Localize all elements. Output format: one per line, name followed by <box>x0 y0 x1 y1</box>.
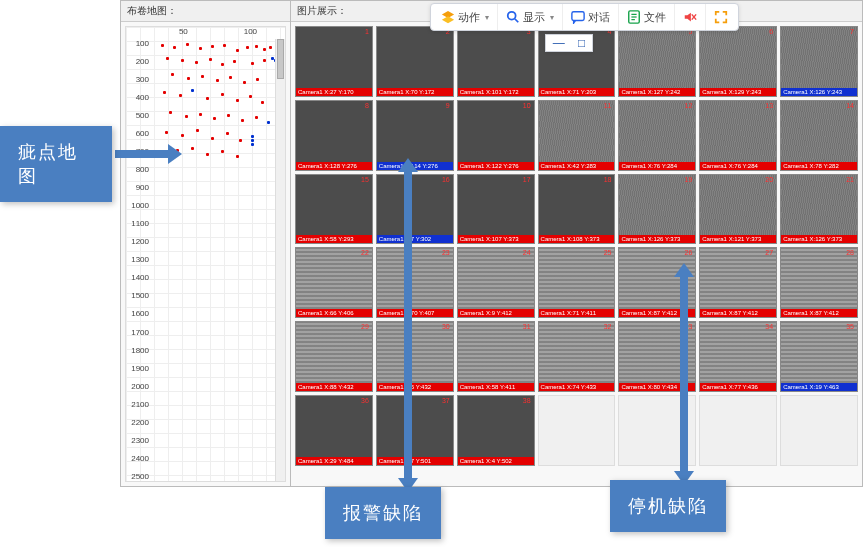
defect-thumbnail[interactable]: 24Camera1 X:9 Y:412 <box>457 247 535 318</box>
defect-thumbnail[interactable]: 35Camera1 X:19 Y:463 <box>780 321 858 392</box>
minimize-button[interactable]: — <box>553 36 565 50</box>
defect-point[interactable] <box>195 61 198 64</box>
defect-point[interactable] <box>211 45 214 48</box>
defect-point[interactable] <box>206 153 209 156</box>
defect-point[interactable] <box>199 113 202 116</box>
defect-thumbnail[interactable]: 3Camera1 X:101 Y:172 <box>457 26 535 97</box>
defect-point[interactable] <box>255 45 258 48</box>
defect-thumbnail[interactable]: 15Camera1 X:58 Y:293 <box>295 174 373 245</box>
defect-point[interactable] <box>201 75 204 78</box>
defect-thumbnail[interactable]: 29Camera1 X:88 Y:432 <box>295 321 373 392</box>
thumb-scroll-area[interactable]: 1Camera1 X:27 Y:1702Camera1 X:70 Y:1723C… <box>291 22 862 486</box>
defect-map[interactable]: 50100 1002003004005006007008009001000110… <box>125 26 286 482</box>
defect-point[interactable] <box>249 95 252 98</box>
defect-thumbnail[interactable]: 30Camera1 X:5 Y:432 <box>376 321 454 392</box>
defect-point[interactable] <box>251 139 254 142</box>
defect-point[interactable] <box>211 137 214 140</box>
defect-thumbnail[interactable]: 12Camera1 X:76 Y:284 <box>618 100 696 171</box>
defect-point[interactable] <box>179 94 182 97</box>
defect-point[interactable] <box>251 62 254 65</box>
defect-thumbnail[interactable]: 38Camera1 X:4 Y:502 <box>457 395 535 466</box>
defect-point[interactable] <box>191 89 194 92</box>
defect-point[interactable] <box>169 111 172 114</box>
defect-point[interactable] <box>187 77 190 80</box>
defect-point[interactable] <box>181 134 184 137</box>
defect-thumbnail[interactable]: 14Camera1 X:78 Y:282 <box>780 100 858 171</box>
defect-point[interactable] <box>173 46 176 49</box>
defect-thumbnail[interactable]: 8Camera1 X:128 Y:276 <box>295 100 373 171</box>
file-button[interactable]: 文件 <box>619 4 675 30</box>
dialog-button[interactable]: 对话 <box>563 4 619 30</box>
defect-point[interactable] <box>163 91 166 94</box>
map-scrollbar[interactable] <box>275 39 285 481</box>
defect-point[interactable] <box>221 150 224 153</box>
defect-thumbnail[interactable]: 5Camera1 X:127 Y:242 <box>618 26 696 97</box>
defect-point[interactable] <box>229 76 232 79</box>
defect-thumbnail[interactable]: 31Camera1 X:58 Y:411 <box>457 321 535 392</box>
defect-point[interactable] <box>236 155 239 158</box>
defect-point[interactable] <box>263 59 266 62</box>
defect-thumbnail[interactable]: 28Camera1 X:87 Y:412 <box>780 247 858 318</box>
defect-point[interactable] <box>223 44 226 47</box>
defect-point[interactable] <box>216 79 219 82</box>
defect-point[interactable] <box>251 135 254 138</box>
defect-point[interactable] <box>233 60 236 63</box>
defect-thumbnail[interactable]: 6Camera1 X:129 Y:243 <box>699 26 777 97</box>
defect-thumbnail[interactable]: 25Camera1 X:71 Y:411 <box>538 247 616 318</box>
defect-point[interactable] <box>221 63 224 66</box>
defect-point[interactable] <box>251 143 254 146</box>
defect-point[interactable] <box>221 93 224 96</box>
defect-thumbnail[interactable]: 7Camera1 X:126 Y:243 <box>780 26 858 97</box>
defect-point[interactable] <box>166 57 169 60</box>
defect-thumbnail[interactable]: 37Camera1 X:7 Y:501 <box>376 395 454 466</box>
defect-thumbnail[interactable]: 32Camera1 X:74 Y:433 <box>538 321 616 392</box>
defect-point[interactable] <box>165 131 168 134</box>
display-menu-button[interactable]: 显示 ▾ <box>498 4 563 30</box>
defect-thumbnail[interactable]: 34Camera1 X:77 Y:436 <box>699 321 777 392</box>
defect-point[interactable] <box>263 48 266 51</box>
defect-thumbnail[interactable]: 22Camera1 X:66 Y:406 <box>295 247 373 318</box>
scrollbar-thumb[interactable] <box>277 39 284 79</box>
defect-point[interactable] <box>226 132 229 135</box>
defect-thumbnail[interactable]: 16Camera1 X:7 Y:302 <box>376 174 454 245</box>
defect-point[interactable] <box>227 114 230 117</box>
defect-point[interactable] <box>186 43 189 46</box>
defect-thumbnail[interactable]: 21Camera1 X:126 Y:373 <box>780 174 858 245</box>
defect-point[interactable] <box>199 47 202 50</box>
defect-thumbnail[interactable]: 19Camera1 X:126 Y:373 <box>618 174 696 245</box>
defect-point[interactable] <box>243 81 246 84</box>
mute-button[interactable] <box>675 4 706 30</box>
defect-point[interactable] <box>171 73 174 76</box>
defect-point[interactable] <box>213 117 216 120</box>
defect-thumbnail[interactable]: 36Camera1 X:29 Y:484 <box>295 395 373 466</box>
defect-thumbnail[interactable]: 10Camera1 X:122 Y:276 <box>457 100 535 171</box>
defect-thumbnail[interactable]: 11Camera1 X:42 Y:283 <box>538 100 616 171</box>
defect-point[interactable] <box>206 97 209 100</box>
defect-thumbnail[interactable]: 2Camera1 X:70 Y:172 <box>376 26 454 97</box>
defect-point[interactable] <box>269 46 272 49</box>
defect-point[interactable] <box>267 121 270 124</box>
defect-point[interactable] <box>185 115 188 118</box>
defect-point[interactable] <box>196 129 199 132</box>
defect-point[interactable] <box>236 99 239 102</box>
defect-point[interactable] <box>241 119 244 122</box>
defect-thumbnail[interactable]: 27Camera1 X:87 Y:412 <box>699 247 777 318</box>
maximize-button[interactable]: □ <box>578 36 585 50</box>
fullscreen-button[interactable] <box>706 4 736 30</box>
defect-point[interactable] <box>191 147 194 150</box>
defect-point[interactable] <box>261 101 264 104</box>
defect-point[interactable] <box>209 58 212 61</box>
defect-point[interactable] <box>161 44 164 47</box>
defect-point[interactable] <box>255 116 258 119</box>
defect-point[interactable] <box>236 49 239 52</box>
defect-point[interactable] <box>239 139 242 142</box>
defect-point[interactable] <box>246 46 249 49</box>
defect-point[interactable] <box>181 59 184 62</box>
defect-thumbnail[interactable]: 23Camera1 X:70 Y:407 <box>376 247 454 318</box>
defect-thumbnail[interactable]: 20Camera1 X:121 Y:373 <box>699 174 777 245</box>
defect-point[interactable] <box>256 78 259 81</box>
defect-thumbnail[interactable]: 18Camera1 X:108 Y:373 <box>538 174 616 245</box>
defect-thumbnail[interactable]: 17Camera1 X:107 Y:373 <box>457 174 535 245</box>
defect-thumbnail[interactable]: 13Camera1 X:76 Y:284 <box>699 100 777 171</box>
defect-thumbnail[interactable]: 1Camera1 X:27 Y:170 <box>295 26 373 97</box>
